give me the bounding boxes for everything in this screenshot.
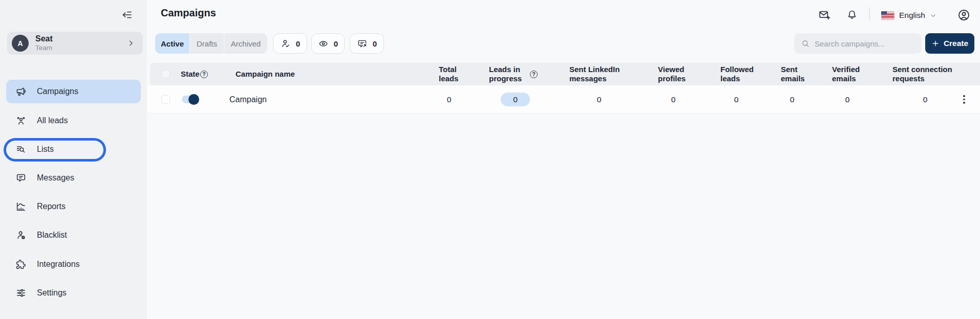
leads-in-progress-badge: 0 xyxy=(501,93,530,106)
list-search-icon xyxy=(15,144,27,155)
sent-connection-requests-cell: 0 xyxy=(919,85,932,113)
tab-label: Active xyxy=(161,39,184,48)
select-all-checkbox[interactable] xyxy=(161,70,170,78)
viewed-profiles-cell: 0 xyxy=(667,85,680,113)
counter-value: 0 xyxy=(373,39,377,48)
language-selector[interactable]: English xyxy=(881,9,936,21)
sidebar-item-messages[interactable]: Messages xyxy=(6,166,141,190)
row-checkbox[interactable] xyxy=(161,95,170,104)
sidebar-item-lists[interactable]: Lists xyxy=(6,138,141,161)
help-icon[interactable]: ? xyxy=(200,63,208,85)
sidebar-item-label: Lists xyxy=(37,145,54,154)
user-check-icon xyxy=(280,38,291,49)
table-row xyxy=(147,85,980,113)
sidebar-item-settings[interactable]: Settings xyxy=(6,281,141,305)
column-header-verified-emails: Verified emails xyxy=(832,63,862,85)
tab-archived[interactable]: Archived xyxy=(224,33,267,54)
create-button[interactable]: Create xyxy=(925,33,974,54)
chart-icon xyxy=(15,201,27,212)
sidebar-item-label: Campaigns xyxy=(37,87,78,96)
tab-drafts[interactable]: Drafts xyxy=(189,33,224,54)
sidebar-item-reports[interactable]: Reports xyxy=(6,195,141,218)
puzzle-icon xyxy=(15,259,27,270)
workspace-name: Seat xyxy=(35,34,53,43)
page-title: Campaigns xyxy=(161,7,216,19)
sidebar-item-label: Settings xyxy=(37,288,67,298)
flag-us-icon xyxy=(881,11,894,20)
toggle-knob xyxy=(188,94,199,105)
tab-label: Drafts xyxy=(197,39,217,48)
messages-counter[interactable]: 0 xyxy=(350,33,384,54)
sidebar-item-all-leads[interactable]: All leads xyxy=(6,109,141,132)
workspace-switcher[interactable]: A Seat Team xyxy=(7,32,143,55)
sent-linkedin-messages-cell: 0 xyxy=(592,85,606,113)
sidebar-item-label: Blacklist xyxy=(37,231,67,240)
chevron-right-icon xyxy=(127,39,135,47)
followed-leads-cell: 0 xyxy=(730,85,743,113)
sidebar-item-label: Messages xyxy=(37,173,74,183)
eye-icon xyxy=(318,38,329,49)
views-counter[interactable]: 0 xyxy=(311,33,345,54)
tab-label: Archived xyxy=(231,39,261,48)
bell-icon[interactable] xyxy=(846,9,858,21)
sent-emails-cell: 0 xyxy=(785,85,799,113)
counter-value: 0 xyxy=(334,39,338,48)
sidebar: A Seat Team Campaigns All leads xyxy=(0,0,147,319)
column-header-sent-emails: Sent emails xyxy=(781,63,807,85)
sidebar-item-label: Integrations xyxy=(37,260,80,269)
workspace-avatar: A xyxy=(12,35,29,52)
sidebar-item-integrations[interactable]: Integrations xyxy=(6,253,141,276)
search-box xyxy=(794,33,922,54)
leads-counter[interactable]: 0 xyxy=(273,33,307,54)
column-header-sent-linkedin-messages: Sent LinkedIn messages xyxy=(569,63,626,85)
sidebar-item-campaigns[interactable]: Campaigns xyxy=(6,80,141,103)
verified-emails-cell: 0 xyxy=(841,85,854,113)
language-label: English xyxy=(899,11,925,20)
search-input[interactable] xyxy=(815,39,912,48)
column-header-campaign-name: Campaign name xyxy=(236,63,295,85)
campaign-name-cell[interactable]: Campaign xyxy=(229,85,267,113)
row-actions-kebab-icon[interactable] xyxy=(961,85,968,113)
search-icon xyxy=(801,39,810,48)
tab-active[interactable]: Active xyxy=(155,33,189,54)
state-toggle[interactable] xyxy=(182,96,199,103)
divider xyxy=(869,7,870,20)
workspace-subtitle: Team xyxy=(35,43,53,52)
users-icon xyxy=(15,115,27,126)
user-block-icon xyxy=(15,230,27,241)
help-icon[interactable]: ? xyxy=(530,63,538,85)
sidebar-item-blacklist[interactable]: Blacklist xyxy=(6,223,141,247)
message-share-icon xyxy=(357,38,368,49)
campaign-status-tabs: Active Drafts Archived xyxy=(155,33,267,54)
sidebar-item-label: Reports xyxy=(37,202,66,211)
create-button-label: Create xyxy=(944,39,968,48)
chevron-down-icon xyxy=(930,12,936,19)
column-header-state: State xyxy=(181,63,200,85)
sidebar-item-label: All leads xyxy=(37,116,68,125)
counter-value: 0 xyxy=(296,39,300,48)
collapse-sidebar-icon[interactable] xyxy=(121,9,133,21)
message-icon xyxy=(15,172,27,184)
total-leads-cell: 0 xyxy=(442,85,456,113)
column-header-leads-in-progress: Leads in progress xyxy=(489,63,526,85)
mail-plus-icon[interactable] xyxy=(818,9,831,21)
user-circle-icon[interactable] xyxy=(957,8,971,22)
plus-icon xyxy=(931,39,940,48)
column-header-viewed-profiles: Viewed profiles xyxy=(658,63,690,85)
sliders-icon xyxy=(15,287,27,299)
column-header-total-leads: Total leads xyxy=(439,63,463,85)
column-header-sent-connection-requests: Sent connection requests xyxy=(892,63,956,85)
megaphone-icon xyxy=(15,86,27,97)
column-header-followed-leads: Followed leads xyxy=(720,63,757,85)
